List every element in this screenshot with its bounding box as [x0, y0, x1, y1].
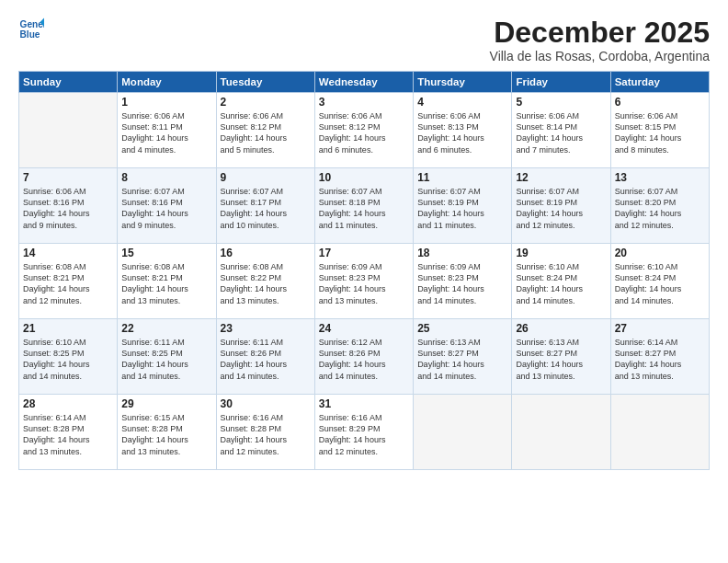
calendar-cell-w3-d5: 18Sunrise: 6:09 AM Sunset: 8:23 PM Dayli… — [414, 244, 512, 319]
calendar-cell-w2-d7: 13Sunrise: 6:07 AM Sunset: 8:20 PM Dayli… — [610, 168, 709, 244]
day-number: 16 — [221, 247, 311, 259]
calendar-cell-w1-d3: 2Sunrise: 6:06 AM Sunset: 8:12 PM Daylig… — [216, 93, 314, 168]
day-number: 9 — [221, 171, 311, 184]
calendar-cell-w4-d5: 25Sunrise: 6:13 AM Sunset: 8:27 PM Dayli… — [414, 319, 512, 395]
header-wednesday: Wednesday — [314, 72, 413, 93]
calendar-cell-w1-d7: 6Sunrise: 6:06 AM Sunset: 8:15 PM Daylig… — [610, 93, 709, 168]
calendar-cell-w1-d1 — [19, 93, 118, 168]
day-info: Sunrise: 6:11 AM Sunset: 8:25 PM Dayligh… — [121, 337, 211, 382]
week-row-1: 1Sunrise: 6:06 AM Sunset: 8:11 PM Daylig… — [19, 93, 710, 168]
calendar-cell-w1-d6: 5Sunrise: 6:06 AM Sunset: 8:14 PM Daylig… — [512, 93, 610, 168]
calendar-cell-w4-d1: 21Sunrise: 6:10 AM Sunset: 8:25 PM Dayli… — [19, 319, 118, 395]
day-number: 5 — [516, 96, 606, 109]
calendar-cell-w4-d4: 24Sunrise: 6:12 AM Sunset: 8:26 PM Dayli… — [314, 319, 413, 395]
header-monday: Monday — [118, 72, 216, 93]
calendar-cell-w4-d7: 27Sunrise: 6:14 AM Sunset: 8:27 PM Dayli… — [610, 319, 709, 395]
day-info: Sunrise: 6:08 AM Sunset: 8:21 PM Dayligh… — [23, 261, 113, 306]
day-info: Sunrise: 6:13 AM Sunset: 8:27 PM Dayligh… — [516, 337, 606, 382]
day-number: 23 — [221, 322, 311, 335]
day-info: Sunrise: 6:06 AM Sunset: 8:14 PM Dayligh… — [516, 110, 606, 155]
day-info: Sunrise: 6:09 AM Sunset: 8:23 PM Dayligh… — [417, 261, 507, 306]
calendar-cell-w4-d6: 26Sunrise: 6:13 AM Sunset: 8:27 PM Dayli… — [512, 319, 610, 395]
day-number: 24 — [319, 322, 409, 335]
calendar-cell-w2-d3: 9Sunrise: 6:07 AM Sunset: 8:17 PM Daylig… — [216, 168, 314, 244]
day-number: 11 — [417, 171, 507, 184]
month-title: December 2025 — [490, 17, 710, 49]
day-number: 8 — [121, 171, 211, 184]
day-info: Sunrise: 6:11 AM Sunset: 8:26 PM Dayligh… — [221, 337, 311, 382]
day-info: Sunrise: 6:06 AM Sunset: 8:12 PM Dayligh… — [319, 110, 409, 155]
day-info: Sunrise: 6:07 AM Sunset: 8:18 PM Dayligh… — [319, 186, 409, 231]
day-info: Sunrise: 6:10 AM Sunset: 8:24 PM Dayligh… — [516, 261, 606, 306]
calendar-cell-w1-d5: 4Sunrise: 6:06 AM Sunset: 8:13 PM Daylig… — [414, 93, 512, 168]
day-number: 25 — [417, 322, 507, 335]
day-number: 3 — [319, 96, 409, 109]
logo: General Blue — [18, 17, 44, 42]
day-info: Sunrise: 6:15 AM Sunset: 8:28 PM Dayligh… — [121, 412, 211, 457]
calendar-cell-w1-d4: 3Sunrise: 6:06 AM Sunset: 8:12 PM Daylig… — [314, 93, 413, 168]
day-info: Sunrise: 6:10 AM Sunset: 8:24 PM Dayligh… — [615, 261, 705, 306]
day-info: Sunrise: 6:06 AM Sunset: 8:12 PM Dayligh… — [221, 110, 311, 155]
calendar-cell-w2-d2: 8Sunrise: 6:07 AM Sunset: 8:16 PM Daylig… — [118, 168, 216, 244]
title-area: December 2025 Villa de las Rosas, Cordob… — [490, 17, 710, 63]
calendar-cell-w2-d4: 10Sunrise: 6:07 AM Sunset: 8:18 PM Dayli… — [314, 168, 413, 244]
day-number: 19 — [516, 247, 606, 259]
day-number: 10 — [319, 171, 409, 184]
calendar-table: Sunday Monday Tuesday Wednesday Thursday… — [18, 71, 710, 470]
calendar-cell-w5-d3: 30Sunrise: 6:16 AM Sunset: 8:28 PM Dayli… — [216, 395, 314, 470]
day-info: Sunrise: 6:14 AM Sunset: 8:27 PM Dayligh… — [615, 337, 705, 382]
day-info: Sunrise: 6:07 AM Sunset: 8:20 PM Dayligh… — [615, 186, 705, 231]
day-info: Sunrise: 6:06 AM Sunset: 8:16 PM Dayligh… — [23, 186, 113, 231]
day-number: 26 — [516, 322, 606, 335]
day-info: Sunrise: 6:07 AM Sunset: 8:16 PM Dayligh… — [121, 186, 211, 231]
calendar-cell-w2-d5: 11Sunrise: 6:07 AM Sunset: 8:19 PM Dayli… — [414, 168, 512, 244]
calendar-cell-w5-d2: 29Sunrise: 6:15 AM Sunset: 8:28 PM Dayli… — [118, 395, 216, 470]
calendar-cell-w5-d7 — [610, 395, 709, 470]
day-number: 14 — [23, 247, 113, 259]
day-info: Sunrise: 6:16 AM Sunset: 8:29 PM Dayligh… — [319, 412, 409, 457]
day-info: Sunrise: 6:12 AM Sunset: 8:26 PM Dayligh… — [319, 337, 409, 382]
calendar-cell-w3-d3: 16Sunrise: 6:08 AM Sunset: 8:22 PM Dayli… — [216, 244, 314, 319]
day-number: 1 — [121, 96, 211, 109]
logo-icon: General Blue — [18, 17, 44, 42]
day-info: Sunrise: 6:07 AM Sunset: 8:17 PM Dayligh… — [221, 186, 311, 231]
calendar-cell-w2-d6: 12Sunrise: 6:07 AM Sunset: 8:19 PM Dayli… — [512, 168, 610, 244]
day-number: 18 — [417, 247, 507, 259]
day-number: 27 — [615, 322, 705, 335]
week-row-2: 7Sunrise: 6:06 AM Sunset: 8:16 PM Daylig… — [19, 168, 710, 244]
day-info: Sunrise: 6:16 AM Sunset: 8:28 PM Dayligh… — [221, 412, 311, 457]
day-info: Sunrise: 6:08 AM Sunset: 8:21 PM Dayligh… — [121, 261, 211, 306]
day-number: 17 — [319, 247, 409, 259]
location-title: Villa de las Rosas, Cordoba, Argentina — [490, 49, 710, 63]
calendar-cell-w3-d2: 15Sunrise: 6:08 AM Sunset: 8:21 PM Dayli… — [118, 244, 216, 319]
day-number: 4 — [417, 96, 507, 109]
week-row-3: 14Sunrise: 6:08 AM Sunset: 8:21 PM Dayli… — [19, 244, 710, 319]
page: General Blue December 2025 Villa de las … — [0, 0, 728, 563]
day-number: 30 — [221, 397, 311, 410]
header-sunday: Sunday — [19, 72, 118, 93]
calendar-cell-w3-d7: 20Sunrise: 6:10 AM Sunset: 8:24 PM Dayli… — [610, 244, 709, 319]
day-info: Sunrise: 6:06 AM Sunset: 8:15 PM Dayligh… — [615, 110, 705, 155]
calendar-cell-w5-d1: 28Sunrise: 6:14 AM Sunset: 8:28 PM Dayli… — [19, 395, 118, 470]
weekday-header-row: Sunday Monday Tuesday Wednesday Thursday… — [19, 72, 710, 93]
day-number: 20 — [615, 247, 705, 259]
day-info: Sunrise: 6:09 AM Sunset: 8:23 PM Dayligh… — [319, 261, 409, 306]
day-number: 13 — [615, 171, 705, 184]
day-info: Sunrise: 6:10 AM Sunset: 8:25 PM Dayligh… — [23, 337, 113, 382]
calendar-cell-w2-d1: 7Sunrise: 6:06 AM Sunset: 8:16 PM Daylig… — [19, 168, 118, 244]
svg-text:Blue: Blue — [20, 29, 40, 40]
day-number: 2 — [221, 96, 311, 109]
calendar-cell-w3-d1: 14Sunrise: 6:08 AM Sunset: 8:21 PM Dayli… — [19, 244, 118, 319]
day-info: Sunrise: 6:06 AM Sunset: 8:11 PM Dayligh… — [121, 110, 211, 155]
header-tuesday: Tuesday — [216, 72, 314, 93]
day-number: 28 — [23, 397, 113, 410]
day-number: 22 — [121, 322, 211, 335]
day-info: Sunrise: 6:07 AM Sunset: 8:19 PM Dayligh… — [417, 186, 507, 231]
day-number: 15 — [121, 247, 211, 259]
calendar-cell-w4-d2: 22Sunrise: 6:11 AM Sunset: 8:25 PM Dayli… — [118, 319, 216, 395]
calendar-cell-w5-d4: 31Sunrise: 6:16 AM Sunset: 8:29 PM Dayli… — [314, 395, 413, 470]
day-number: 12 — [516, 171, 606, 184]
header-thursday: Thursday — [414, 72, 512, 93]
day-info: Sunrise: 6:13 AM Sunset: 8:27 PM Dayligh… — [417, 337, 507, 382]
calendar-cell-w5-d5 — [414, 395, 512, 470]
